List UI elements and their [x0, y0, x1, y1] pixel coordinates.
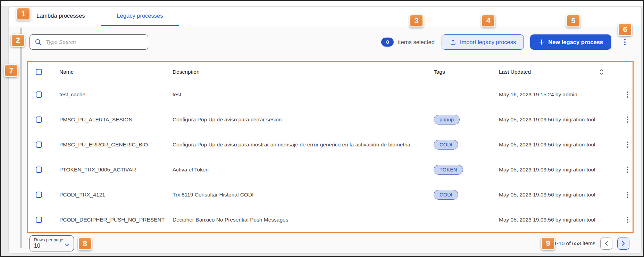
cell-description: Decipher Banxico No Presential Push Mess… — [173, 217, 434, 223]
cell-last-updated: May 05, 2023 19:09:56 by migration-tool — [499, 142, 613, 148]
search-input[interactable]: Type Search — [30, 34, 148, 50]
row-overflow-menu-button[interactable] — [623, 190, 632, 200]
process-table: Name Description Tags Last Updated — [27, 61, 634, 233]
cell-name: PCODI_TRX_4121 — [59, 192, 173, 198]
cell-name: PMSG_PU_ALERTA_SESION — [59, 117, 173, 123]
row-checkbox[interactable] — [36, 217, 42, 223]
cell-description: Configura Pop Up de aviso para mostrar u… — [173, 142, 434, 148]
annotation-badge-8: 8 — [78, 237, 92, 250]
tab-legacy-processes[interactable]: Legacy processes — [101, 7, 179, 26]
chevron-down-icon — [65, 242, 69, 248]
row-checkbox[interactable] — [36, 91, 42, 98]
row-overflow-menu-button[interactable] — [623, 215, 632, 225]
rows-per-page-select[interactable]: Rows per page: 10 — [30, 235, 74, 251]
top-strip — [1, 1, 643, 6]
table-row[interactable]: PMSG_PU_ALERTA_SESION Configura Pop Up d… — [28, 107, 633, 132]
column-header-last-updated: Last Updated — [499, 69, 531, 75]
sort-button[interactable] — [599, 69, 604, 75]
selected-count-label: items selected — [398, 39, 434, 46]
row-overflow-menu-button[interactable] — [623, 114, 632, 125]
cell-description: test — [173, 91, 434, 98]
cell-last-updated: May 05, 2023 19:09:56 by migration-tool — [499, 117, 613, 123]
annotation-badge-5: 5 — [566, 14, 580, 27]
annotation-badge-6: 6 — [618, 23, 632, 36]
table-row[interactable]: PCODI_TRX_4121 Trx 8119 Consultar Histor… — [28, 182, 633, 207]
plus-icon — [538, 39, 545, 45]
tab-lambda-processes[interactable]: Lambda processes — [20, 7, 101, 26]
screenshot-frame: Lambda processes Legacy processes Type S… — [0, 0, 644, 257]
panel-content: Type Search 0 items selected Import lega… — [9, 26, 641, 253]
kebab-vertical-icon — [624, 39, 626, 40]
row-overflow-menu-button[interactable] — [623, 139, 632, 150]
cell-description: Trx 8119 Consultar Historial CODI — [173, 192, 434, 198]
annotation-badge-1: 1 — [16, 7, 31, 21]
cell-name: PMSG_PU_ERROR_GENERIC_BIO — [59, 142, 173, 148]
tag-badge: CODI — [434, 140, 458, 150]
tab-bar: Lambda processes Legacy processes — [9, 7, 641, 26]
row-overflow-menu-button[interactable] — [623, 89, 632, 100]
tag-badge: TOKEN — [434, 165, 463, 175]
row-checkbox[interactable] — [36, 142, 42, 148]
cell-last-updated: May 16, 2023 19:15:24 by admin — [499, 91, 613, 98]
select-all-checkbox[interactable] — [36, 69, 42, 75]
annotation-badge-7: 7 — [4, 64, 18, 77]
cell-description: Configura Pop Up de aviso para cerrar se… — [173, 117, 434, 123]
chevron-left-icon — [604, 241, 608, 246]
annotation-badge-2: 2 — [11, 34, 25, 47]
annotation-badge-9: 9 — [541, 237, 555, 250]
toolbar-actions: 0 items selected Import legacy process N… — [381, 34, 629, 50]
table-row[interactable]: PCODI_DECIPHER_PUSH_NO_PRESENT Decipher … — [28, 207, 633, 232]
search-icon — [35, 39, 42, 46]
new-button-label: New legacy process — [548, 39, 603, 46]
table-row[interactable]: PMSG_PU_ERROR_GENERIC_BIO Configura Pop … — [28, 132, 633, 157]
cell-description: Activa el Token — [173, 167, 434, 173]
new-legacy-process-button[interactable]: New legacy process — [530, 34, 611, 50]
column-header-name: Name — [59, 69, 173, 75]
previous-page-button[interactable] — [600, 238, 612, 250]
row-checkbox[interactable] — [36, 167, 42, 173]
selected-count-badge: 0 — [381, 38, 394, 47]
row-overflow-menu-button[interactable] — [623, 164, 632, 175]
tag-badge: popup — [434, 115, 460, 125]
legacy-processes-panel: Lambda processes Legacy processes Type S… — [8, 6, 642, 254]
chevron-up-down-icon — [599, 69, 604, 75]
table-footer: Rows per page: 10 1-10 of 653 items — [30, 235, 629, 252]
row-checkbox[interactable] — [36, 192, 42, 198]
column-header-tags: Tags — [434, 69, 499, 75]
pagination: 1-10 of 653 items — [554, 238, 629, 250]
next-page-button[interactable] — [617, 238, 629, 250]
rows-per-page-value: 10 — [34, 243, 69, 249]
annotation-badge-4: 4 — [481, 14, 495, 27]
column-header-description: Description — [173, 69, 434, 75]
search-placeholder: Type Search — [46, 39, 76, 45]
table-row[interactable]: PTOKEN_TRX_9005_ACTIVAR Activa el Token … — [28, 157, 633, 182]
row-checkbox[interactable] — [36, 117, 42, 123]
import-legacy-process-button[interactable]: Import legacy process — [442, 34, 524, 50]
table-row[interactable]: test_cache test May 16, 2023 19:15:24 by… — [28, 82, 633, 107]
cell-name: PCODI_DECIPHER_PUSH_NO_PRESENT — [59, 217, 173, 223]
toolbar: Type Search 0 items selected Import lega… — [30, 34, 629, 50]
cell-last-updated: May 05, 2023 19:09:56 by migration-tool — [499, 217, 613, 223]
toolbar-overflow-menu-button[interactable] — [620, 37, 629, 47]
import-button-label: Import legacy process — [460, 39, 516, 46]
vertical-scrollbar[interactable] — [20, 27, 22, 248]
table-header-row: Name Description Tags Last Updated — [28, 62, 633, 82]
cell-last-updated: May 05, 2023 19:09:56 by migration-tool — [499, 192, 613, 198]
cell-name: test_cache — [59, 91, 173, 98]
pagination-range-label: 1-10 of 653 items — [554, 240, 595, 247]
rows-per-page-label: Rows per page: — [34, 238, 69, 242]
cell-last-updated: May 05, 2023 19:09:56 by migration-tool — [499, 167, 613, 173]
upload-icon — [450, 39, 457, 46]
tag-badge: CODI — [434, 190, 458, 200]
cell-name: PTOKEN_TRX_9005_ACTIVAR — [59, 167, 173, 173]
annotation-badge-3: 3 — [409, 14, 424, 27]
chevron-right-icon — [621, 241, 625, 246]
